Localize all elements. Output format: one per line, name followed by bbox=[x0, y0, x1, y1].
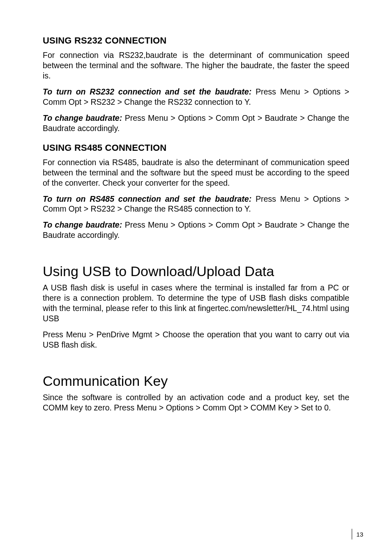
body-text: For connection via RS485, baudrate is al… bbox=[43, 157, 349, 188]
body-text: To change baudrate: Press Menu > Options… bbox=[43, 113, 349, 134]
body-text: For connection via RS232,baudrate is the… bbox=[43, 50, 349, 81]
body-text: Press Menu > PenDrive Mgmt > Choose the … bbox=[43, 330, 349, 350]
page-footer: 13 bbox=[352, 529, 363, 539]
body-text: A USB flash disk is useful in cases wher… bbox=[43, 283, 349, 324]
inline-label: To turn on RS232 connection and set the … bbox=[43, 87, 251, 96]
heading-rs232: USING RS232 CONNECTION bbox=[43, 35, 349, 46]
body-text: Since the software is controlled by an a… bbox=[43, 392, 349, 413]
heading-rs485: USING RS485 CONNECTION bbox=[43, 143, 349, 153]
heading-commkey: Communication Key bbox=[43, 373, 349, 389]
page-number: 13 bbox=[356, 531, 363, 538]
page-content: USING RS232 CONNECTION For connection vi… bbox=[0, 0, 392, 413]
footer-divider bbox=[352, 529, 352, 539]
inline-label: To change baudrate: bbox=[43, 113, 122, 122]
inline-label: To change baudrate: bbox=[43, 220, 122, 229]
inline-label: To turn on RS485 connection and set the … bbox=[43, 194, 251, 203]
body-text: To change baudrate: Press Menu > Options… bbox=[43, 220, 349, 240]
heading-usb: Using USB to Download/Upload Data bbox=[43, 263, 349, 279]
body-text: To turn on RS232 connection and set the … bbox=[43, 87, 349, 107]
body-text: To turn on RS485 connection and set the … bbox=[43, 194, 349, 214]
